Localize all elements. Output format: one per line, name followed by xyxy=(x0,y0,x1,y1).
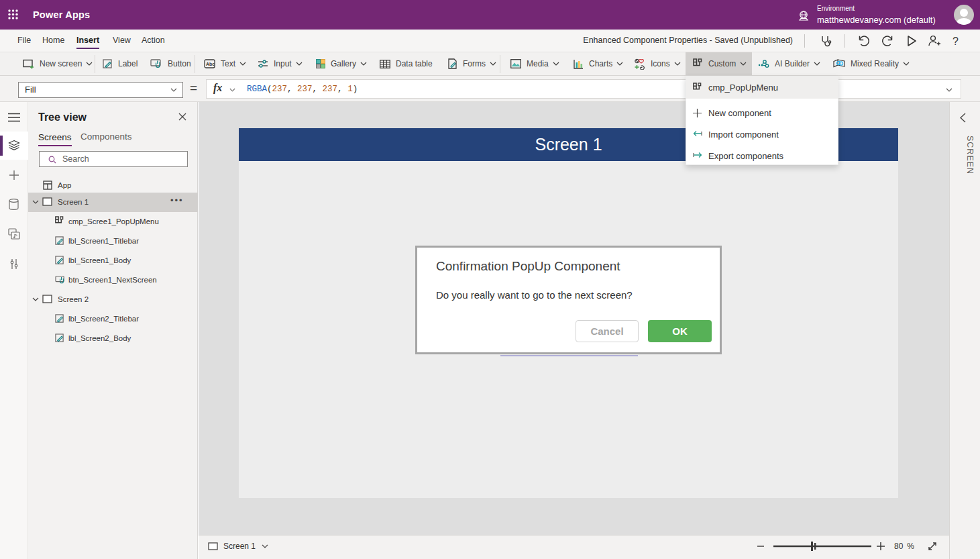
svg-text:Abc: Abc xyxy=(206,62,215,66)
